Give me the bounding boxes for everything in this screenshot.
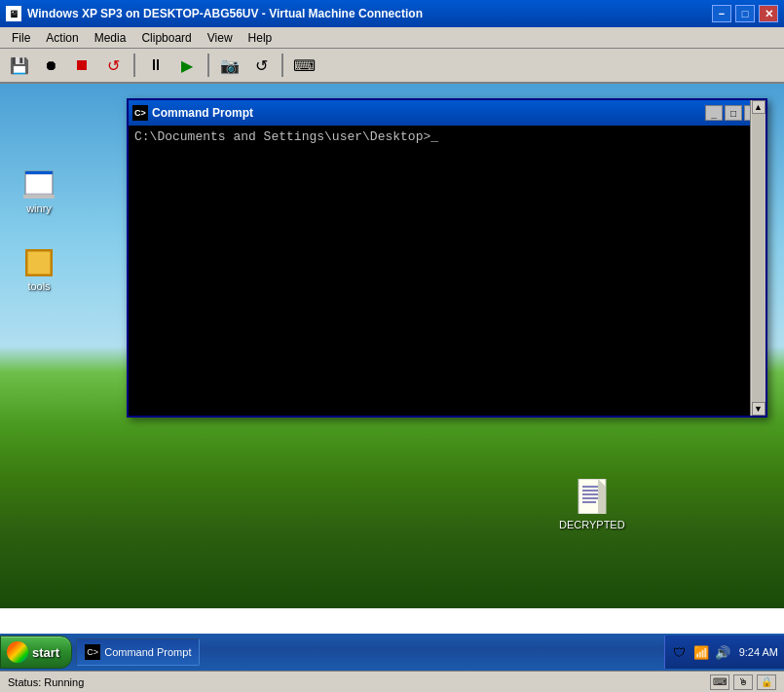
cmd-minimize-btn[interactable]: _ xyxy=(705,105,723,121)
cmd-title-icon: C> xyxy=(132,105,148,121)
separator-2 xyxy=(207,54,209,77)
menu-help[interactable]: Help xyxy=(241,29,280,47)
cmd-prompt: C:\Documents and Settings\user\Desktop>_ xyxy=(134,129,438,144)
scroll-up-btn[interactable]: ▲ xyxy=(752,100,765,114)
svg-rect-8 xyxy=(25,274,53,276)
scroll-track[interactable] xyxy=(752,114,765,402)
vm-window-controls: − □ ✕ xyxy=(712,5,778,22)
cmd-content-area: C:\Documents and Settings\user\Desktop>_… xyxy=(129,126,765,416)
start-label: start xyxy=(32,645,59,660)
taskbar-cmd-icon: C> xyxy=(85,644,100,660)
menu-bar: File Action Media Clipboard View Help xyxy=(0,27,784,49)
cmd-restore-btn[interactable]: □ xyxy=(725,105,742,121)
desktop: winry tools C> Command Prompt _ □ ✕ xyxy=(0,84,784,608)
tools-label: tools xyxy=(27,280,50,292)
start-button[interactable]: start xyxy=(0,636,72,669)
status-text: Status: Running xyxy=(8,676,710,688)
menu-media[interactable]: Media xyxy=(87,29,134,47)
desktop-icon-winry[interactable]: winry xyxy=(10,169,68,214)
vm-title: Windows XP SP3 on DESKTOP-ABG56UV - Virt… xyxy=(27,7,712,20)
vm-minimize-btn[interactable]: − xyxy=(712,5,731,22)
winry-label: winry xyxy=(26,202,52,214)
cmd-scrollbar[interactable]: ▲ ▼ xyxy=(750,100,765,416)
desktop-icon-tools[interactable]: tools xyxy=(10,247,68,292)
cmd-window: C> Command Prompt _ □ ✕ C:\Documents and… xyxy=(127,98,767,418)
svg-rect-5 xyxy=(25,249,27,276)
cmd-titlebar: C> Command Prompt _ □ ✕ xyxy=(129,100,765,126)
pause-icon[interactable]: ⏸ xyxy=(142,52,169,79)
tools-icon xyxy=(23,247,55,278)
tray-shield-icon[interactable]: 🛡 xyxy=(671,643,689,661)
svg-rect-1 xyxy=(25,171,53,174)
stop-red-icon[interactable]: ⏹ xyxy=(68,52,95,79)
menu-file[interactable]: File xyxy=(4,29,38,47)
play-icon[interactable]: ▶ xyxy=(173,52,201,79)
windows-logo-icon xyxy=(7,641,28,663)
separator-1 xyxy=(133,54,135,77)
vm-icon: 🖥 xyxy=(6,6,21,21)
refresh-icon[interactable]: ↺ xyxy=(247,52,275,79)
svg-rect-6 xyxy=(51,249,53,276)
cmd-title-text: Command Prompt xyxy=(152,106,705,120)
vm-close-btn[interactable]: ✕ xyxy=(759,5,778,22)
toolbar: 💾 ⏺ ⏹ ↺ ⏸ ▶ 📷 ↺ ⌨ xyxy=(0,49,784,84)
status-bar: Status: Running ⌨ 🖱 🔒 xyxy=(0,671,784,692)
svg-rect-3 xyxy=(23,195,55,199)
svg-rect-2 xyxy=(26,175,52,193)
reset-icon[interactable]: ↺ xyxy=(99,52,127,79)
tray-network-icon[interactable]: 📶 xyxy=(692,643,710,661)
vm-restore-btn[interactable]: □ xyxy=(735,5,755,22)
menu-action[interactable]: Action xyxy=(38,29,86,47)
keyboard-icon[interactable]: ⌨ xyxy=(290,52,317,79)
system-tray: 🛡 📶 🔊 9:24 AM xyxy=(664,636,784,669)
menu-view[interactable]: View xyxy=(200,29,241,47)
separator-3 xyxy=(281,54,283,77)
system-clock: 9:24 AM xyxy=(739,646,778,658)
floppy-icon[interactable]: 💾 xyxy=(6,52,33,79)
lock-status-icon: 🔒 xyxy=(757,674,776,690)
status-icons: ⌨ 🖱 🔒 xyxy=(710,674,776,690)
screenshot-icon[interactable]: 📷 xyxy=(216,52,243,79)
scroll-down-btn[interactable]: ▼ xyxy=(752,402,765,416)
taskbar-items: C> Command Prompt xyxy=(76,638,663,666)
desktop-icon-decrypted[interactable]: DECRYPTED xyxy=(559,479,625,530)
taskbar-cmd-item[interactable]: C> Command Prompt xyxy=(76,638,200,666)
decrypted-label: DECRYPTED xyxy=(559,519,625,530)
mouse-status-icon: 🖱 xyxy=(733,674,753,690)
tray-volume-icon[interactable]: 🔊 xyxy=(714,643,731,661)
taskbar: start C> Command Prompt 🛡 📶 🔊 9:24 AM xyxy=(0,634,784,671)
menu-clipboard[interactable]: Clipboard xyxy=(133,29,199,47)
vm-titlebar: 🖥 Windows XP SP3 on DESKTOP-ABG56UV - Vi… xyxy=(0,0,784,27)
svg-rect-7 xyxy=(25,249,53,251)
taskbar-cmd-label: Command Prompt xyxy=(104,646,191,658)
stop-circle-icon[interactable]: ⏺ xyxy=(37,52,64,79)
svg-rect-4 xyxy=(27,251,51,274)
cmd-body[interactable]: C:\Documents and Settings\user\Desktop>_ xyxy=(129,126,765,416)
winry-icon xyxy=(23,169,55,200)
keyboard-status-icon: ⌨ xyxy=(710,674,729,690)
decrypted-icon-img xyxy=(577,479,608,517)
